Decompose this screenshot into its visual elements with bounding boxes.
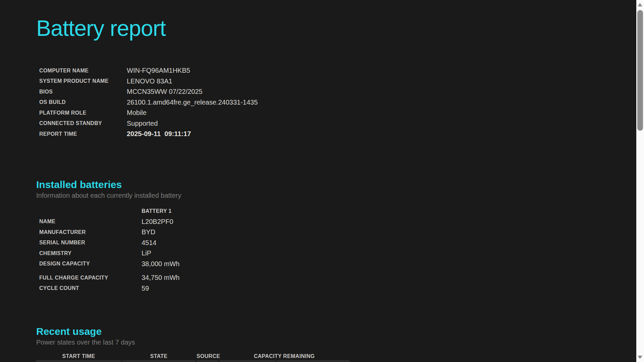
battery-value: 4514 <box>142 239 157 247</box>
scroll-down-icon[interactable] <box>638 356 642 359</box>
table-row: MANUFACTURER BYD <box>36 227 636 238</box>
info-label: COMPUTER NAME <box>36 68 127 74</box>
table-row: CYCLE COUNT 59 <box>36 283 636 294</box>
page-title: Battery report <box>36 14 636 43</box>
scrollbar-thumb[interactable] <box>637 10 643 131</box>
scroll-up-icon[interactable] <box>638 3 642 6</box>
table-row: CONNECTED STANDBY Supported <box>36 118 636 129</box>
info-value: Mobile <box>127 109 147 117</box>
usage-table-partial-row <box>36 360 335 362</box>
info-label: BIOS <box>36 89 127 95</box>
usage-cell <box>219 360 275 362</box>
section-subtitle: Power states over the last 7 days <box>36 339 636 346</box>
info-label: OS BUILD <box>36 99 127 105</box>
battery-value: 59 <box>142 285 149 292</box>
battery-label: NAME <box>36 219 142 225</box>
battery-label: SERIAL NUMBER <box>36 240 142 246</box>
usage-cell <box>276 360 350 362</box>
table-row: SYSTEM PRODUCT NAME LENOVO 83A1 <box>36 76 636 87</box>
usage-column-source: SOURCE <box>197 354 218 359</box>
table-row: SERIAL NUMBER 4514 <box>36 238 636 248</box>
battery-value: 34,750 mWh <box>142 274 179 282</box>
battery-report-page: Battery report COMPUTER NAME WIN-FQ96AM1… <box>0 0 636 362</box>
usage-column-start-time: START TIME <box>36 354 121 359</box>
usage-column-capacity-remaining: CAPACITY REMAINING <box>219 354 350 359</box>
info-label: SYSTEM PRODUCT NAME <box>36 78 127 84</box>
table-row: DESIGN CAPACITY 38,000 mWh <box>36 259 636 269</box>
section-heading-installed-batteries: Installed batteries <box>36 179 636 190</box>
section-heading-recent-usage: Recent usage <box>36 326 636 337</box>
row-group-gap <box>36 269 636 273</box>
battery-column-header-row: BATTERY 1 <box>36 206 636 217</box>
info-label: PLATFORM ROLE <box>36 110 127 116</box>
table-row: REPORT TIME 2025-09-11 09:11:17 <box>36 129 636 139</box>
table-row: NAME L20B2PF0 <box>36 217 636 227</box>
usage-cell <box>197 360 218 362</box>
battery-value: BYD <box>142 228 155 236</box>
usage-cell <box>122 360 196 362</box>
battery-label: CHEMISTRY <box>36 250 142 256</box>
installed-batteries-section: Installed batteries Information about ea… <box>36 179 636 294</box>
vertical-scrollbar[interactable] <box>636 0 644 362</box>
table-row: BIOS MCCN35WW 07/22/2025 <box>36 86 636 97</box>
battery-column-header: BATTERY 1 <box>142 208 172 214</box>
table-row: COMPUTER NAME WIN-FQ96AM1HKB5 <box>36 65 636 76</box>
section-subtitle: Information about each currently install… <box>36 192 636 199</box>
usage-column-state: STATE <box>122 354 196 359</box>
info-label: CONNECTED STANDBY <box>36 120 127 126</box>
battery-value: L20B2PF0 <box>142 218 173 226</box>
info-value: MCCN35WW 07/22/2025 <box>127 88 203 96</box>
system-info-table: COMPUTER NAME WIN-FQ96AM1HKB5 SYSTEM PRO… <box>36 65 636 139</box>
info-value: WIN-FQ96AM1HKB5 <box>127 67 190 74</box>
usage-table-header-row: START TIME STATE SOURCE CAPACITY REMAINI… <box>36 354 335 359</box>
battery-label: DESIGN CAPACITY <box>36 261 142 267</box>
battery-value: LiP <box>142 249 151 257</box>
table-row: CHEMISTRY LiP <box>36 248 636 259</box>
table-row: FULL CHARGE CAPACITY 34,750 mWh <box>36 273 636 283</box>
info-value: 26100.1.amd64fre.ge_release.240331-1435 <box>127 99 258 106</box>
info-label: REPORT TIME <box>36 131 127 137</box>
info-value: LENOVO 83A1 <box>127 77 172 85</box>
battery-label: FULL CHARGE CAPACITY <box>36 275 142 281</box>
recent-usage-section: Recent usage Power states over the last … <box>36 326 636 362</box>
info-value: Supported <box>127 120 158 127</box>
table-row: OS BUILD 26100.1.amd64fre.ge_release.240… <box>36 97 636 108</box>
usage-cell <box>36 360 121 362</box>
battery-label: MANUFACTURER <box>36 229 142 235</box>
table-row: PLATFORM ROLE Mobile <box>36 108 636 118</box>
battery-label: CYCLE COUNT <box>36 285 142 291</box>
report-time-value: 2025-09-11 09:11:17 <box>127 130 191 138</box>
battery-value: 38,000 mWh <box>142 260 179 268</box>
battery-info-table: BATTERY 1 NAME L20B2PF0 MANUFACTURER BYD… <box>36 206 636 294</box>
